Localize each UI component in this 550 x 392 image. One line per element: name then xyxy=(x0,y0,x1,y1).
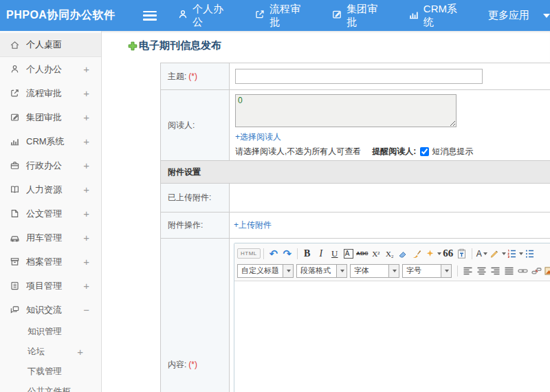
align-justify-icon[interactable] xyxy=(502,264,516,278)
dropdown-arrow-icon xyxy=(445,270,449,272)
dropdown-arrow-icon xyxy=(287,270,291,272)
ordered-list-icon[interactable] xyxy=(506,247,523,261)
chart-icon xyxy=(408,9,419,22)
nav-workflow-approval[interactable]: 流程审批 xyxy=(254,3,311,29)
expand-plus[interactable]: + xyxy=(77,346,83,358)
select-readers-link[interactable]: +选择阅读人 xyxy=(235,131,281,143)
sidebar-subitem-knowledge-mgmt[interactable]: 知识管理 xyxy=(0,322,101,342)
undo-icon[interactable]: ↶ xyxy=(267,247,280,261)
expand-plus[interactable]: + xyxy=(83,87,89,99)
dropdown-arrow-icon xyxy=(483,252,487,255)
paragraph-format-dropdown[interactable]: 段落格式 xyxy=(296,264,347,278)
font-size-dropdown[interactable]: 字号 xyxy=(402,264,452,278)
italic-button[interactable]: I xyxy=(314,247,328,261)
person-icon xyxy=(177,9,188,22)
nav-label: 更多应用 xyxy=(488,9,529,22)
sidebar-subitem-public-cabinet[interactable]: 公共文件柜 xyxy=(0,382,101,392)
sidebar-item-group-approval[interactable]: 集团审批 + xyxy=(0,105,101,129)
nav-group-approval[interactable]: 集团审批 xyxy=(331,3,388,29)
font-border-button[interactable]: A xyxy=(342,247,355,261)
insert-image-icon[interactable] xyxy=(543,264,550,278)
superscript-button[interactable]: X² xyxy=(369,247,383,261)
green-plus-icon xyxy=(128,41,138,51)
editor-toolbar: HTML ↶ ↷ B I U A ABC X² X₂ xyxy=(234,243,550,281)
dropdown-arrow-icon xyxy=(340,270,344,272)
remind-readers-label: 提醒阅读人: xyxy=(372,146,416,157)
font-color-button[interactable]: A xyxy=(475,247,489,261)
sidebar-item-knowledge-exchange[interactable]: 知识交流 − xyxy=(0,298,101,322)
caret-down-icon[interactable] xyxy=(543,14,550,18)
sidebar-item-crm[interactable]: CRM系统 + xyxy=(0,129,101,153)
highlight-pen-icon[interactable] xyxy=(489,247,506,261)
font-family-dropdown[interactable]: 字体 xyxy=(350,264,399,278)
main-content: 电子期刊信息发布 主题:(*) 阅读人: 0 +选择阅读人 请选择阅读人,不选为… xyxy=(102,31,550,392)
sidebar-item-project-mgmt[interactable]: 项目管理 + xyxy=(0,274,101,298)
editor-content-area[interactable] xyxy=(234,281,550,392)
car-icon xyxy=(10,232,20,243)
readers-textarea[interactable]: 0 xyxy=(235,94,456,127)
readers-hint-line: 请选择阅读人,不选为所有人可查看 提醒阅读人: 短消息提示 xyxy=(235,146,550,157)
sidebar-subitem-download-mgmt[interactable]: 下载管理 xyxy=(0,362,101,382)
expand-plus[interactable]: + xyxy=(83,111,89,123)
expand-plus[interactable]: + xyxy=(83,256,89,268)
autoformat-wand-icon[interactable] xyxy=(424,247,441,261)
redo-icon[interactable]: ↷ xyxy=(280,247,294,261)
dropdown-arrow-icon xyxy=(519,252,523,255)
expand-plus[interactable]: + xyxy=(83,160,89,171)
upload-attachment-link[interactable]: +上传附件 xyxy=(234,219,272,231)
uploaded-attachments-value xyxy=(230,184,550,213)
sidebar-item-workflow-approval[interactable]: 流程审批 + xyxy=(0,81,101,105)
publish-form-table: 主题:(*) 阅读人: 0 +选择阅读人 请选择阅读人,不选为所有人可查看 提醒… xyxy=(160,63,550,392)
subject-label: 主题:(*) xyxy=(161,63,230,90)
expand-plus[interactable]: + xyxy=(83,135,89,147)
nav-crm-system[interactable]: CRM系统 xyxy=(408,3,468,29)
content-label: 内容:(*) xyxy=(161,239,230,392)
align-center-icon[interactable] xyxy=(474,264,488,278)
attachment-operation-label: 附件操作: xyxy=(161,213,230,239)
top-header: PHPOA协同办公软件 个人办公 流程审批 集团审批 CRM系统 更多应用 xyxy=(0,0,550,31)
home-icon xyxy=(10,40,20,50)
align-left-icon[interactable] xyxy=(461,264,474,278)
link-icon[interactable] xyxy=(516,264,529,278)
sidebar-item-document-mgmt[interactable]: 公文管理 + xyxy=(0,202,101,226)
sidebar-item-personal-desktop[interactable]: 个人桌面 xyxy=(0,33,101,57)
expand-plus[interactable]: + xyxy=(83,184,89,195)
format-brush-icon[interactable] xyxy=(410,247,424,261)
sidebar-item-vehicle-mgmt[interactable]: 用车管理 + xyxy=(0,226,101,250)
strikethrough-button[interactable]: ABC xyxy=(355,247,369,261)
custom-title-dropdown[interactable]: 自定义标题 xyxy=(237,264,294,278)
notebook-icon xyxy=(10,281,20,291)
required-mark: (*) xyxy=(188,360,197,369)
sidebar-item-hr[interactable]: 人力资源 + xyxy=(0,177,101,202)
align-right-icon[interactable] xyxy=(488,264,502,278)
expand-plus[interactable]: + xyxy=(83,63,89,75)
nav-label: 个人办公 xyxy=(192,3,234,29)
expand-minus[interactable]: − xyxy=(83,304,89,316)
bold-button[interactable]: B xyxy=(300,247,314,261)
unordered-list-icon[interactable] xyxy=(523,247,537,261)
sidebar-subitem-forum[interactable]: 论坛 + xyxy=(0,342,101,362)
attachment-operation-row: 附件操作: +上传附件 xyxy=(161,213,550,239)
expand-plus[interactable]: + xyxy=(83,232,89,243)
underline-button[interactable]: U xyxy=(328,247,342,261)
nav-more-apps[interactable]: 更多应用 xyxy=(488,9,529,22)
unlink-icon[interactable] xyxy=(529,264,543,278)
html-source-button[interactable]: HTML xyxy=(237,248,261,259)
person-icon xyxy=(10,64,20,74)
sidebar-item-personal-office[interactable]: 个人办公 + xyxy=(0,57,101,81)
nav-personal-office[interactable]: 个人办公 xyxy=(177,3,234,29)
readers-row: 阅读人: 0 +选择阅读人 请选择阅读人,不选为所有人可查看 提醒阅读人: 短消… xyxy=(161,90,550,161)
flow-icon xyxy=(10,88,20,98)
sidebar-item-admin-office[interactable]: 行政办公 + xyxy=(0,153,101,177)
eraser-icon[interactable] xyxy=(397,247,410,261)
sms-remind-checkbox[interactable] xyxy=(420,147,429,156)
expand-plus[interactable]: + xyxy=(83,208,89,219)
blockquote-button[interactable]: 66 xyxy=(441,247,455,261)
hamburger-menu-icon[interactable] xyxy=(143,11,157,21)
paste-text-icon[interactable] xyxy=(455,247,469,261)
expand-plus[interactable]: + xyxy=(83,280,89,292)
subject-input[interactable] xyxy=(235,69,483,84)
readers-label: 阅读人: xyxy=(161,90,230,161)
sidebar-item-archive-mgmt[interactable]: 档案管理 + xyxy=(0,250,101,274)
subscript-button[interactable]: X₂ xyxy=(383,247,397,261)
